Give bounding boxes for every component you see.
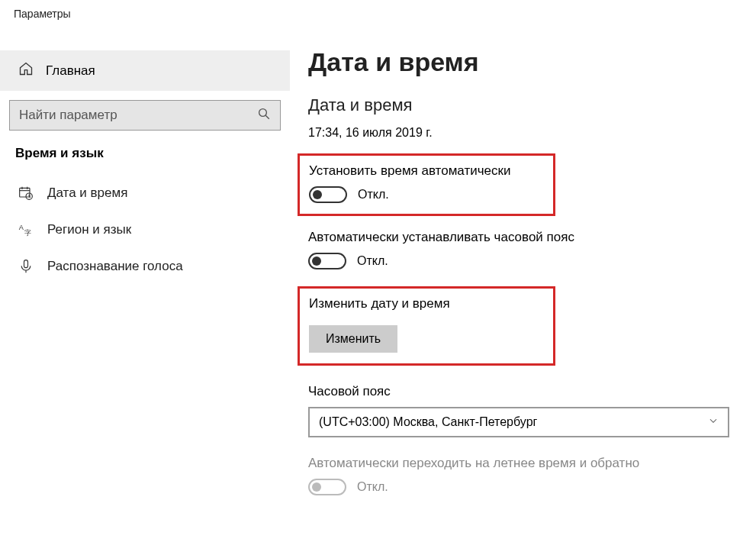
toggle-dst bbox=[308, 479, 346, 495]
sidebar: Главная Время и язык bbox=[0, 27, 290, 542]
svg-text:字: 字 bbox=[24, 229, 31, 237]
window-title: Параметры bbox=[0, 0, 756, 27]
main-content: Дата и время Дата и время 17:34, 16 июля… bbox=[290, 27, 756, 542]
toggle-dst-state: Откл. bbox=[357, 480, 388, 494]
search-input[interactable] bbox=[19, 108, 257, 123]
current-datetime: 17:34, 16 июля 2019 г. bbox=[308, 126, 738, 140]
sidebar-item-label: Дата и время bbox=[47, 186, 127, 201]
toggle-auto-tz[interactable] bbox=[308, 253, 346, 269]
home-label: Главная bbox=[46, 63, 95, 79]
sidebar-item-speech[interactable]: Распознавание голоса bbox=[0, 248, 290, 285]
toggle-auto-tz-state: Откл. bbox=[357, 254, 388, 268]
language-icon: A 字 bbox=[18, 222, 34, 237]
sidebar-category: Время и язык bbox=[0, 146, 290, 175]
svg-rect-11 bbox=[24, 260, 28, 268]
setting-dst-label: Автоматически переходить на летнее время… bbox=[308, 456, 738, 471]
settings-window: Параметры Главная bbox=[0, 0, 756, 542]
sidebar-item-date-time[interactable]: Дата и время bbox=[0, 175, 290, 211]
sidebar-item-region-language[interactable]: A 字 Регион и язык bbox=[0, 211, 290, 248]
svg-point-0 bbox=[259, 109, 267, 117]
setting-change-label: Изменить дату и время bbox=[309, 296, 544, 311]
setting-auto-time: Установить время автоматически Откл. bbox=[309, 163, 544, 203]
toggle-auto-time-state: Откл. bbox=[358, 188, 389, 202]
search-icon bbox=[257, 107, 271, 124]
toggle-auto-time[interactable] bbox=[309, 186, 347, 203]
tz-dropdown-value: (UTC+03:00) Москва, Санкт-Петербург bbox=[319, 415, 537, 429]
page-title: Дата и время bbox=[308, 47, 738, 77]
home-icon bbox=[18, 61, 34, 80]
calendar-clock-icon bbox=[18, 186, 34, 201]
svg-text:A: A bbox=[19, 224, 24, 231]
change-button[interactable]: Изменить bbox=[309, 325, 397, 353]
microphone-icon bbox=[18, 259, 34, 274]
tz-label: Часовой пояс bbox=[308, 384, 738, 399]
highlight-change-datetime: Изменить дату и время Изменить bbox=[298, 286, 555, 366]
chevron-down-icon bbox=[708, 415, 719, 429]
setting-auto-tz: Автоматически устанавливать часовой пояс… bbox=[308, 230, 738, 269]
sidebar-item-label: Регион и язык bbox=[47, 222, 131, 237]
svg-line-1 bbox=[265, 115, 269, 119]
sidebar-item-label: Распознавание голоса bbox=[47, 259, 183, 274]
section-title: Дата и время bbox=[308, 95, 738, 115]
setting-auto-tz-label: Автоматически устанавливать часовой пояс bbox=[308, 230, 738, 245]
highlight-auto-time: Установить время автоматически Откл. bbox=[298, 153, 555, 216]
tz-dropdown[interactable]: (UTC+03:00) Москва, Санкт-Петербург bbox=[308, 407, 729, 437]
search-input-wrap[interactable] bbox=[9, 100, 281, 131]
home-nav[interactable]: Главная bbox=[0, 50, 290, 91]
setting-change-datetime: Изменить дату и время Изменить bbox=[309, 296, 544, 353]
setting-auto-time-label: Установить время автоматически bbox=[309, 163, 544, 179]
svg-rect-2 bbox=[20, 188, 30, 197]
setting-dst: Автоматически переходить на летнее время… bbox=[308, 456, 738, 495]
window-body: Главная Время и язык bbox=[0, 27, 756, 542]
svg-line-8 bbox=[29, 196, 31, 198]
